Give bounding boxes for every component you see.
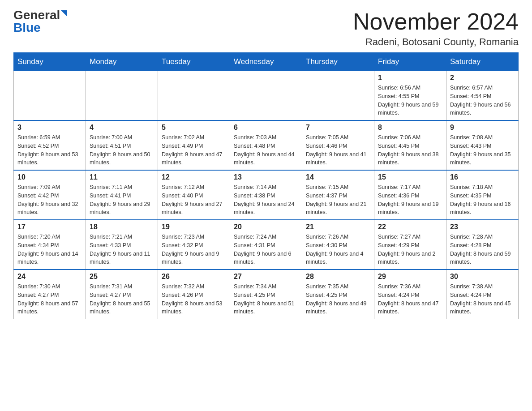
calendar-cell: 2Sunrise: 6:57 AM Sunset: 4:54 PM Daylig…	[446, 71, 519, 121]
day-info: Sunrise: 7:26 AM Sunset: 4:30 PM Dayligh…	[306, 233, 370, 266]
calendar-cell: 20Sunrise: 7:24 AM Sunset: 4:31 PM Dayli…	[230, 220, 302, 270]
day-info: Sunrise: 7:23 AM Sunset: 4:32 PM Dayligh…	[162, 233, 226, 266]
day-info: Sunrise: 7:18 AM Sunset: 4:35 PM Dayligh…	[450, 183, 515, 217]
day-number: 10	[17, 173, 82, 181]
day-info: Sunrise: 7:12 AM Sunset: 4:40 PM Dayligh…	[162, 183, 226, 217]
day-number: 1	[378, 74, 442, 82]
calendar-week-row: 10Sunrise: 7:09 AM Sunset: 4:42 PM Dayli…	[14, 170, 519, 220]
calendar-cell: 21Sunrise: 7:26 AM Sunset: 4:30 PM Dayli…	[302, 220, 374, 270]
day-number: 26	[162, 273, 226, 281]
day-info: Sunrise: 6:59 AM Sunset: 4:52 PM Dayligh…	[17, 133, 82, 167]
day-info: Sunrise: 7:17 AM Sunset: 4:36 PM Dayligh…	[378, 183, 442, 217]
day-number: 7	[306, 124, 370, 132]
day-info: Sunrise: 6:57 AM Sunset: 4:54 PM Dayligh…	[450, 84, 515, 117]
day-number: 30	[450, 273, 515, 281]
day-info: Sunrise: 7:36 AM Sunset: 4:24 PM Dayligh…	[378, 283, 442, 316]
day-of-week-header: Sunday	[14, 53, 86, 71]
title-area: November 2024 Radeni, Botosani County, R…	[353, 9, 519, 48]
calendar-cell: 14Sunrise: 7:15 AM Sunset: 4:37 PM Dayli…	[302, 170, 374, 220]
day-number: 16	[450, 173, 515, 181]
day-number: 15	[378, 173, 442, 181]
day-info: Sunrise: 7:02 AM Sunset: 4:49 PM Dayligh…	[162, 133, 226, 167]
day-info: Sunrise: 7:34 AM Sunset: 4:25 PM Dayligh…	[234, 283, 298, 316]
calendar-cell: 1Sunrise: 6:56 AM Sunset: 4:55 PM Daylig…	[374, 71, 446, 121]
calendar-cell: 7Sunrise: 7:05 AM Sunset: 4:46 PM Daylig…	[302, 120, 374, 170]
day-number: 13	[234, 173, 298, 181]
calendar-cell: 27Sunrise: 7:34 AM Sunset: 4:25 PM Dayli…	[230, 270, 302, 319]
calendar-cell	[302, 71, 374, 121]
calendar-table: SundayMondayTuesdayWednesdayThursdayFrid…	[13, 52, 519, 319]
day-number: 21	[306, 223, 370, 231]
day-number: 29	[378, 273, 442, 281]
calendar-cell	[230, 71, 302, 121]
calendar-cell: 10Sunrise: 7:09 AM Sunset: 4:42 PM Dayli…	[14, 170, 86, 220]
day-of-week-header: Wednesday	[230, 53, 302, 71]
day-of-week-header: Monday	[86, 53, 158, 71]
calendar-cell	[14, 71, 86, 121]
day-info: Sunrise: 7:15 AM Sunset: 4:37 PM Dayligh…	[306, 183, 370, 217]
day-info: Sunrise: 7:06 AM Sunset: 4:45 PM Dayligh…	[378, 133, 442, 167]
day-info: Sunrise: 7:08 AM Sunset: 4:43 PM Dayligh…	[450, 133, 515, 167]
calendar-cell: 23Sunrise: 7:28 AM Sunset: 4:28 PM Dayli…	[446, 220, 519, 270]
day-info: Sunrise: 7:31 AM Sunset: 4:27 PM Dayligh…	[90, 283, 154, 316]
day-number: 12	[162, 173, 226, 181]
logo-arrow-icon	[61, 10, 67, 17]
day-info: Sunrise: 7:14 AM Sunset: 4:38 PM Dayligh…	[234, 183, 298, 217]
day-info: Sunrise: 7:09 AM Sunset: 4:42 PM Dayligh…	[17, 183, 82, 217]
day-number: 14	[306, 173, 370, 181]
day-number: 22	[378, 223, 442, 231]
calendar-week-row: 24Sunrise: 7:30 AM Sunset: 4:27 PM Dayli…	[14, 270, 519, 319]
header: General Blue November 2024 Radeni, Botos…	[13, 9, 519, 48]
day-number: 17	[17, 223, 82, 231]
calendar-cell: 8Sunrise: 7:06 AM Sunset: 4:45 PM Daylig…	[374, 120, 446, 170]
day-number: 3	[17, 124, 82, 132]
day-number: 5	[162, 124, 226, 132]
calendar-cell: 24Sunrise: 7:30 AM Sunset: 4:27 PM Dayli…	[14, 270, 86, 319]
day-number: 8	[378, 124, 442, 132]
day-number: 25	[90, 273, 154, 281]
calendar-cell: 28Sunrise: 7:35 AM Sunset: 4:25 PM Dayli…	[302, 270, 374, 319]
day-info: Sunrise: 7:05 AM Sunset: 4:46 PM Dayligh…	[306, 133, 370, 167]
day-of-week-header: Friday	[374, 53, 446, 71]
day-info: Sunrise: 6:56 AM Sunset: 4:55 PM Dayligh…	[378, 84, 442, 117]
calendar-cell: 25Sunrise: 7:31 AM Sunset: 4:27 PM Dayli…	[86, 270, 158, 319]
day-info: Sunrise: 7:27 AM Sunset: 4:29 PM Dayligh…	[378, 233, 442, 266]
day-of-week-header: Thursday	[302, 53, 374, 71]
calendar-cell: 9Sunrise: 7:08 AM Sunset: 4:43 PM Daylig…	[446, 120, 519, 170]
calendar-week-row: 1Sunrise: 6:56 AM Sunset: 4:55 PM Daylig…	[14, 71, 519, 121]
day-info: Sunrise: 7:38 AM Sunset: 4:24 PM Dayligh…	[450, 283, 515, 316]
calendar-cell: 15Sunrise: 7:17 AM Sunset: 4:36 PM Dayli…	[374, 170, 446, 220]
calendar-cell: 3Sunrise: 6:59 AM Sunset: 4:52 PM Daylig…	[14, 120, 86, 170]
day-info: Sunrise: 7:32 AM Sunset: 4:26 PM Dayligh…	[162, 283, 226, 316]
day-info: Sunrise: 7:00 AM Sunset: 4:51 PM Dayligh…	[90, 133, 154, 167]
calendar-cell: 11Sunrise: 7:11 AM Sunset: 4:41 PM Dayli…	[86, 170, 158, 220]
day-number: 4	[90, 124, 154, 132]
day-info: Sunrise: 7:03 AM Sunset: 4:48 PM Dayligh…	[234, 133, 298, 167]
day-number: 6	[234, 124, 298, 132]
day-number: 20	[234, 223, 298, 231]
calendar-cell: 6Sunrise: 7:03 AM Sunset: 4:48 PM Daylig…	[230, 120, 302, 170]
day-info: Sunrise: 7:11 AM Sunset: 4:41 PM Dayligh…	[90, 183, 154, 217]
day-info: Sunrise: 7:21 AM Sunset: 4:33 PM Dayligh…	[90, 233, 154, 266]
day-number: 19	[162, 223, 226, 231]
calendar-cell: 22Sunrise: 7:27 AM Sunset: 4:29 PM Dayli…	[374, 220, 446, 270]
calendar-cell: 29Sunrise: 7:36 AM Sunset: 4:24 PM Dayli…	[374, 270, 446, 319]
calendar-cell: 4Sunrise: 7:00 AM Sunset: 4:51 PM Daylig…	[86, 120, 158, 170]
month-title: November 2024	[353, 9, 519, 34]
day-number: 24	[17, 273, 82, 281]
day-of-week-header: Tuesday	[158, 53, 230, 71]
calendar-cell: 17Sunrise: 7:20 AM Sunset: 4:34 PM Dayli…	[14, 220, 86, 270]
day-info: Sunrise: 7:24 AM Sunset: 4:31 PM Dayligh…	[234, 233, 298, 266]
calendar-cell: 19Sunrise: 7:23 AM Sunset: 4:32 PM Dayli…	[158, 220, 230, 270]
calendar-cell: 18Sunrise: 7:21 AM Sunset: 4:33 PM Dayli…	[86, 220, 158, 270]
day-info: Sunrise: 7:20 AM Sunset: 4:34 PM Dayligh…	[17, 233, 82, 266]
calendar-week-row: 3Sunrise: 6:59 AM Sunset: 4:52 PM Daylig…	[14, 120, 519, 170]
day-info: Sunrise: 7:28 AM Sunset: 4:28 PM Dayligh…	[450, 233, 515, 266]
location-title: Radeni, Botosani County, Romania	[353, 36, 519, 48]
logo: General Blue	[13, 9, 67, 34]
calendar-cell: 16Sunrise: 7:18 AM Sunset: 4:35 PM Dayli…	[446, 170, 519, 220]
calendar-cell	[158, 71, 230, 121]
day-number: 18	[90, 223, 154, 231]
calendar-header-row: SundayMondayTuesdayWednesdayThursdayFrid…	[14, 53, 519, 71]
day-number: 27	[234, 273, 298, 281]
